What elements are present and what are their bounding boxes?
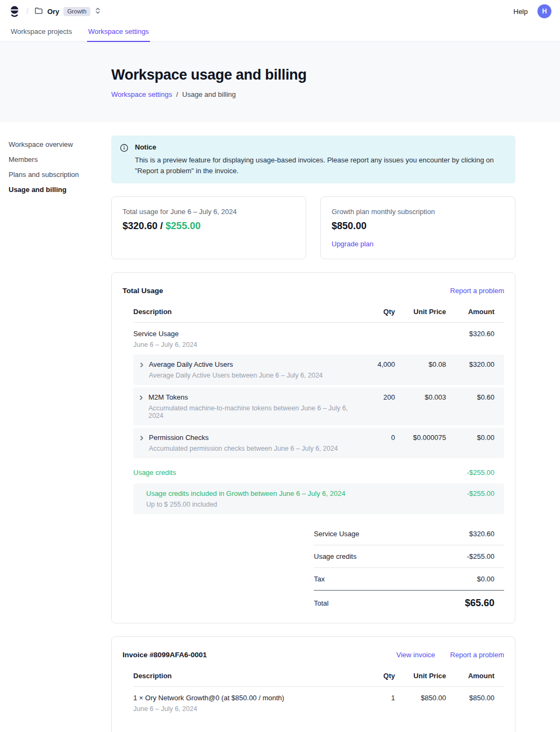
total-usage-invoice-card: Total Usage Report a problem Description…: [111, 272, 515, 623]
summary-value: $320.60: [469, 530, 494, 538]
row-qty: 200: [352, 393, 395, 401]
row-amount: -$255.00: [446, 489, 504, 498]
page-header: Workspace usage and billing Workspace se…: [0, 42, 560, 122]
row-qty: 0: [352, 433, 395, 442]
row-subtitle: June 6 – July 6, 2024: [133, 341, 352, 349]
summary-value: -$255.00: [467, 552, 494, 560]
row-unit-price: $0.003: [395, 393, 446, 401]
report-problem-link-usage[interactable]: Report a problem: [450, 287, 504, 295]
invoice-table: Description Qty Unit Price Amount 1 × Or…: [133, 667, 504, 732]
workspace-name: Ory: [47, 8, 59, 16]
chevron-right-icon[interactable]: [138, 361, 145, 368]
usage-table-header: Description Qty Unit Price Amount: [133, 303, 504, 323]
row-amount: $320.00: [446, 360, 504, 368]
col-unit-price: Unit Price: [395, 308, 446, 316]
tab-workspace-projects[interactable]: Workspace projects: [10, 23, 73, 42]
plan-subscription-label: Growth plan monthly subscription: [332, 208, 504, 216]
workspace-tabs: Workspace projects Workspace settings: [0, 23, 560, 42]
row-title: Service Usage: [133, 330, 352, 338]
usage-amount-separator: /: [157, 221, 166, 231]
invoice-card: Invoice #8099AFA6-0001 View invoice Repo…: [111, 636, 515, 732]
summary-label: Tax: [314, 575, 330, 583]
settings-sidebar: Workspace overview Members Plans and sub…: [9, 138, 103, 198]
table-row-daily-active-users: Average Daily Active Users Average Daily…: [133, 354, 504, 385]
main-content: Notice This is a preview feature for dis…: [111, 136, 515, 732]
row-title: M2M Tokens: [148, 393, 352, 401]
sidebar-item-plans-subscription[interactable]: Plans and subscription: [9, 168, 103, 181]
invoice-summary-totals: 1 × Ory Network Growth@0 (at $850.00 / m…: [314, 729, 504, 732]
table-row-usage-credits: Usage credits -$255.00: [133, 460, 504, 484]
total-value: $65.60: [465, 598, 494, 609]
notice-banner: Notice This is a preview feature for dis…: [111, 136, 515, 183]
table-row-m2m-tokens: M2M Tokens Accumulated machine-to-machin…: [133, 387, 504, 425]
breadcrumb-workspace-settings[interactable]: Workspace settings: [111, 90, 172, 98]
plan-subscription-amount: $850.00: [332, 221, 504, 232]
folder-icon: [34, 6, 43, 17]
row-amount: $850.00: [446, 694, 504, 702]
breadcrumb-slash: /: [26, 7, 28, 16]
row-unit-price: $0.000075: [395, 433, 446, 442]
avatar[interactable]: H: [537, 4, 551, 18]
tab-workspace-settings[interactable]: Workspace settings: [87, 23, 150, 42]
row-unit-price: $850.00: [395, 694, 446, 702]
row-amount: $0.00: [446, 433, 504, 442]
usage-used-amount: $320.60: [123, 221, 157, 231]
upgrade-plan-link[interactable]: Upgrade plan: [332, 240, 374, 248]
workspace-plan-badge: Growth: [63, 7, 90, 16]
topbar: / Ory Growth Help H: [0, 0, 560, 23]
sidebar-item-workspace-overview[interactable]: Workspace overview: [9, 138, 103, 151]
row-amount: $0.60: [446, 393, 504, 401]
notice-title: Notice: [135, 143, 507, 151]
chevron-updown-icon: [95, 7, 101, 16]
row-subtitle: Accumulated permission checks between Ju…: [149, 445, 338, 452]
summary-row-usage-credits: Usage credits -$255.00: [314, 545, 504, 568]
col-description: Description: [133, 308, 352, 316]
summary-label: Service Usage: [314, 530, 365, 538]
col-amount: Amount: [446, 308, 504, 316]
row-title: Usage credits: [133, 468, 352, 477]
row-title: Average Daily Active Users: [149, 360, 323, 368]
row-qty: 4,000: [352, 360, 395, 368]
row-amount: -$255.00: [446, 468, 504, 477]
notice-body: This is a preview feature for displaying…: [135, 155, 507, 176]
sidebar-item-usage-billing[interactable]: Usage and billing: [9, 183, 103, 196]
table-row-service-usage: Service Usage June 6 – July 6, 2024 $320…: [133, 323, 504, 354]
col-qty: Qty: [352, 672, 395, 680]
row-title: 1 × Ory Network Growth@0 (at $850.00 / m…: [133, 694, 352, 702]
row-title: Permission Checks: [149, 433, 338, 442]
breadcrumb-separator: /: [176, 90, 178, 98]
breadcrumb-current: Usage and billing: [182, 90, 236, 98]
col-description: Description: [133, 672, 352, 680]
row-subtitle: Accumulated machine-to-machine tokens be…: [148, 404, 352, 420]
summary-row-tax: Tax $0.00: [314, 568, 504, 591]
summary-value: $0.00: [477, 575, 494, 583]
workspace-switcher[interactable]: Ory Growth: [34, 6, 101, 17]
col-unit-price: Unit Price: [395, 672, 446, 680]
summary-row-service-usage: Service Usage $320.60: [314, 523, 504, 545]
col-qty: Qty: [352, 308, 395, 316]
usage-table: Description Qty Unit Price Amount Servic…: [133, 303, 504, 609]
breadcrumb: Workspace settings / Usage and billing: [111, 90, 539, 98]
help-link[interactable]: Help: [513, 8, 528, 16]
usage-included-amount: $255.00: [166, 221, 200, 231]
chevron-right-icon[interactable]: [138, 394, 145, 401]
view-invoice-link[interactable]: View invoice: [397, 651, 435, 659]
invoice-table-header: Description Qty Unit Price Amount: [133, 667, 504, 687]
table-row-usage-credits-detail: Usage credits included in Growth between…: [133, 484, 504, 514]
row-subtitle: June 6 – July 6, 2024: [133, 705, 352, 713]
report-problem-link-invoice[interactable]: Report a problem: [450, 651, 504, 659]
row-amount: $320.60: [446, 330, 504, 338]
summary-label: Usage credits: [314, 552, 362, 560]
usage-card-title: Total Usage: [123, 287, 163, 295]
ory-logo-icon[interactable]: [9, 5, 20, 18]
chevron-right-icon[interactable]: [138, 434, 145, 442]
page-title: Workspace usage and billing: [111, 67, 539, 83]
row-subtitle: Up to $ 255.00 included: [146, 501, 346, 508]
table-row-growth-subscription: 1 × Ory Network Growth@0 (at $850.00 / m…: [133, 687, 504, 719]
usage-summary-totals: Service Usage $320.60 Usage credits -$25…: [314, 523, 504, 609]
row-subtitle: Average Daily Active Users between June …: [149, 372, 323, 379]
sidebar-item-members[interactable]: Members: [9, 153, 103, 166]
row-unit-price: $0.08: [395, 360, 446, 368]
col-amount: Amount: [446, 672, 504, 680]
total-usage-label: Total usage for June 6 – July 6, 2024: [123, 208, 295, 216]
